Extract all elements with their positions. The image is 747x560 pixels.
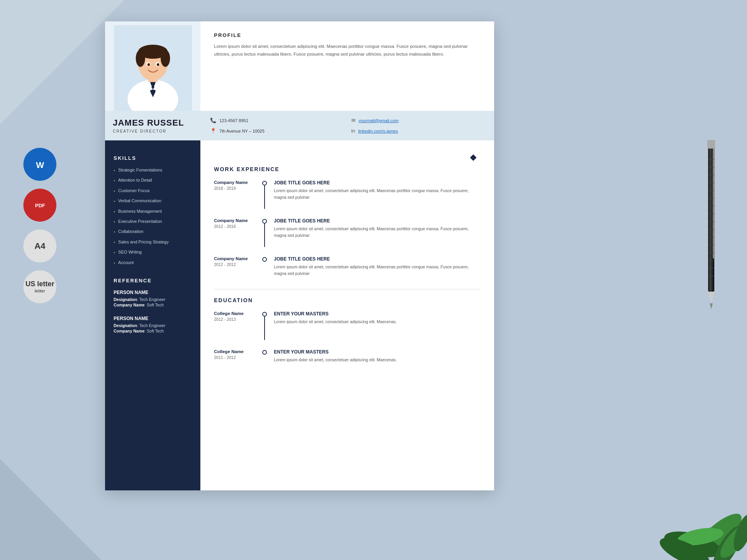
name-bar: JAMES RUSSEL CREATIVE DIRECTOR 📞 123-456… xyxy=(105,111,494,140)
us-label: US letter letter xyxy=(25,280,54,294)
edu-year-2: 2011 - 2012 xyxy=(214,355,257,360)
skill-item: •SEO Writing xyxy=(114,249,192,256)
we-line-2 xyxy=(264,224,265,247)
we-jobtitle-3: JOBE TITLE GOES HERE xyxy=(274,256,480,262)
svg-marker-24 xyxy=(710,303,713,309)
resume-container: PROFILE Lorem ipsum dolor sit amet, cons… xyxy=(105,21,494,490)
edu-desc-1: Lorem ipsum dolor sit amet, consectetuer… xyxy=(274,318,480,325)
contact-address: 📍 7th Avenue NY – 10025 xyxy=(210,128,344,134)
contact-email: ✉ yourmail@gmail.com xyxy=(351,117,485,123)
svg-marker-23 xyxy=(708,292,714,303)
we-jobdesc-1: Lorem ipsum dolor sit amet, consectetuer… xyxy=(274,187,480,201)
edu-left-2: College Name 2011 - 2012 xyxy=(214,349,261,363)
we-top-marker: ◆ xyxy=(470,152,477,162)
svg-rect-22 xyxy=(707,140,715,149)
phone-number: 123-4567 8951 xyxy=(219,118,248,123)
skill-item: •Collaboration xyxy=(114,229,192,235)
edu-college-1: College Name xyxy=(214,311,257,316)
bg-shape-bottom-left xyxy=(0,459,101,560)
skill-item: •Strategic Fomentations xyxy=(114,167,192,173)
phone-icon: 📞 xyxy=(210,117,216,123)
work-experience-item-1: Company Name 2018 - 2019 JOBE TITLE GOES… xyxy=(214,180,480,209)
svg-point-10 xyxy=(161,50,170,67)
work-experience-item-2: Company Name 2012 - 2016 JOBE TITLE GOES… xyxy=(214,218,480,247)
work-experience-title: WORK EXPERIENCE xyxy=(214,166,480,172)
we-jobdesc-3: Lorem ipsum dolor sit amet, consectetuer… xyxy=(274,264,480,277)
ref-name-1: PERSON NAME xyxy=(114,290,192,295)
ref-company-2: Company Name: Soft Tech xyxy=(114,329,192,333)
profile-section-title: PROFILE xyxy=(214,32,480,38)
resume-body: SKILLS •Strategic Fomentations •Attentio… xyxy=(105,140,494,490)
side-icons: W PDF A4 US letter letter xyxy=(23,148,56,303)
we-left-1: Company Name 2018 - 2019 xyxy=(214,180,261,209)
edu-desc-2: Lorem ipsum dolor sit amet, consectetuer… xyxy=(274,357,480,363)
education-item-1: College Name 2012 - 2013 ENTER YOUR MAST… xyxy=(214,311,480,340)
svg-text:PDF: PDF xyxy=(35,203,45,208)
linkedin-icon: in xyxy=(351,128,355,134)
we-year-1: 2018 - 2019 xyxy=(214,186,257,191)
resume-sidebar: SKILLS •Strategic Fomentations •Attentio… xyxy=(105,140,200,490)
skill-item: •Sales and Pricing Strategy xyxy=(114,239,192,245)
we-line-1 xyxy=(264,186,265,209)
we-company-1: Company Name xyxy=(214,180,257,185)
work-experience-item-3: Company Name 2012 - 2012 JOBE TITLE GOES… xyxy=(214,256,480,277)
email-icon: ✉ xyxy=(351,117,356,123)
pen-decoration xyxy=(700,136,722,323)
header-profile: PROFILE Lorem ipsum dolor sit amet, cons… xyxy=(200,21,494,111)
we-jobtitle-1: JOBE TITLE GOES HERE xyxy=(274,180,480,186)
edu-content-2: ENTER YOUR MASTERS Lorem ipsum dolor sit… xyxy=(268,349,480,363)
a4-label: A4 xyxy=(34,241,45,251)
education-timeline: College Name 2012 - 2013 ENTER YOUR MAST… xyxy=(214,311,480,363)
word-icon-badge[interactable]: W xyxy=(23,148,56,181)
we-content-3: JOBE TITLE GOES HERE Lorem ipsum dolor s… xyxy=(268,256,480,277)
we-company-3: Company Name xyxy=(214,256,257,261)
edu-degree-1: ENTER YOUR MASTERS xyxy=(274,311,480,317)
email-address: yourmail@gmail.com xyxy=(359,118,399,123)
skill-item: •Executive Presentation xyxy=(114,219,192,225)
us-letter-icon-badge[interactable]: US letter letter xyxy=(23,270,56,303)
education-section: EDUCATION College Name 2012 - 2013 xyxy=(214,297,480,363)
education-item-2: College Name 2011 - 2012 ENTER YOUR MAST… xyxy=(214,349,480,363)
svg-point-9 xyxy=(136,50,145,67)
we-dot-3 xyxy=(262,257,267,262)
skill-item: •Business Management xyxy=(114,208,192,215)
contact-linkedin: in linkedin.com/s.james xyxy=(351,128,485,134)
work-experience-timeline: Company Name 2018 - 2019 JOBE TITLE GOES… xyxy=(214,180,480,277)
name-section: JAMES RUSSEL CREATIVE DIRECTOR xyxy=(105,111,200,140)
edu-degree-2: ENTER YOUR MASTERS xyxy=(274,349,480,355)
a4-icon-badge[interactable]: A4 xyxy=(23,229,56,262)
edu-content-1: ENTER YOUR MASTERS Lorem ipsum dolor sit… xyxy=(268,311,480,340)
we-content-2: JOBE TITLE GOES HERE Lorem ipsum dolor s… xyxy=(268,218,480,247)
edu-line-1 xyxy=(264,317,265,340)
we-company-2: Company Name xyxy=(214,218,257,223)
pdf-icon-badge[interactable]: PDF xyxy=(23,189,56,222)
address-text: 7th Avenue NY – 10025 xyxy=(219,129,265,133)
edu-left-1: College Name 2012 - 2013 xyxy=(214,311,261,340)
contact-phone: 📞 123-4567 8951 xyxy=(210,117,344,123)
profile-text: Lorem ipsum dolor sit amet, consectetuer… xyxy=(214,43,480,58)
ref-designation-1: Designation: Tech Engineer xyxy=(114,297,192,302)
skill-item: •Attention to Detail xyxy=(114,177,192,184)
edu-dot-2 xyxy=(262,350,267,355)
we-content-1: JOBE TITLE GOES HERE Lorem ipsum dolor s… xyxy=(268,180,480,209)
svg-point-13 xyxy=(147,63,150,66)
skill-item: •Account xyxy=(114,260,192,266)
skills-list: •Strategic Fomentations •Attention to De… xyxy=(114,167,192,266)
we-left-2: Company Name 2012 - 2016 xyxy=(214,218,261,247)
person-name: JAMES RUSSEL xyxy=(113,118,193,128)
reference-section-title: REFERENCE xyxy=(114,278,192,284)
contact-section: 📞 123-4567 8951 ✉ yourmail@gmail.com 📍 7… xyxy=(200,111,494,140)
edu-college-2: College Name xyxy=(214,349,257,354)
we-jobtitle-2: JOBE TITLE GOES HERE xyxy=(274,218,480,224)
edu-dotline-2 xyxy=(261,349,268,363)
we-jobdesc-2: Lorem ipsum dolor sit amet, consectetuer… xyxy=(274,226,480,239)
skill-item: •Verbal Communication xyxy=(114,198,192,204)
skill-item: •Customer Focus xyxy=(114,188,192,194)
reference-item-1: PERSON NAME Designation: Tech Engineer C… xyxy=(114,290,192,307)
we-year-2: 2012 - 2016 xyxy=(214,224,257,229)
plant-decoration xyxy=(630,463,747,560)
we-dotline-2 xyxy=(261,218,268,247)
we-dotline-1 xyxy=(261,180,268,209)
edu-dotline-1 xyxy=(261,311,268,340)
svg-text:W: W xyxy=(36,160,44,170)
